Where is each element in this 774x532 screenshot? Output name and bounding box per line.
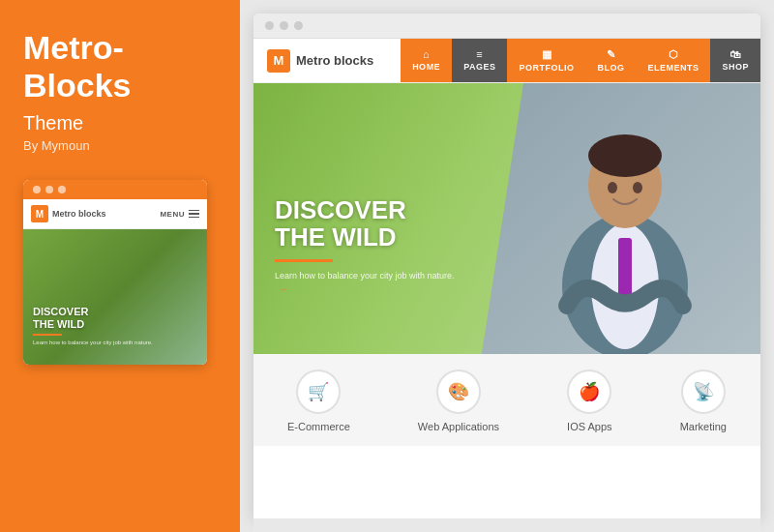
marketing-label: Marketing [680,421,727,432]
nav-label-portfolio: PORTFOLIO [519,63,574,73]
hero-underline [275,259,333,262]
elements-icon: ⬡ [669,48,679,61]
nav-label-shop: SHOP [722,62,749,72]
nav-item-shop[interactable]: 🛍 SHOP [710,39,760,82]
mobile-header: M Metro blocks MENU [23,199,207,229]
site-header: M Metro blocks ⌂ HOME ≡ PAGES ▦ PORTFOLI… [253,39,760,83]
site-logo-text: Metro blocks [296,53,373,68]
hero-arrow-icon: → [279,284,287,294]
web-apps-label: Web Applications [418,421,499,432]
ecommerce-label: E-Commerce [287,421,350,432]
hero-person-illustration [519,83,731,354]
site-logo-area: M Metro blocks [253,42,387,80]
svg-point-6 [633,182,642,193]
right-panel: M Metro blocks ⌂ HOME ≡ PAGES ▦ PORTFOLI… [240,0,774,532]
browser-dot-1 [265,21,274,30]
mobile-hero-underline [33,334,62,336]
mobile-dot-2 [45,186,53,193]
browser-content: M Metro blocks ⌂ HOME ≡ PAGES ▦ PORTFOLI… [253,39,760,518]
mobile-preview: M Metro blocks MENU DISCOVER THE WILD Le… [23,180,207,365]
home-icon: ⌂ [423,48,430,60]
svg-point-5 [608,182,617,193]
mobile-dot-3 [58,186,66,193]
shop-icon: 🛍 [729,48,741,60]
nav-item-portfolio[interactable]: ▦ PORTFOLIO [507,39,585,82]
theme-subtitle: Theme [23,112,217,134]
bottom-icons-row: 🛒 E-Commerce 🎨 Web Applications 🍎 IOS Ap… [253,354,760,446]
nav-item-elements[interactable]: ⬡ ELEMENTS [636,39,710,82]
mobile-hero-subtitle: Learn how to balance your city job with … [33,340,153,345]
svg-rect-2 [618,238,632,296]
nav-item-home[interactable]: ⌂ HOME [401,39,452,82]
browser-dot-2 [280,21,288,30]
nav-label-elements: ELEMENTS [647,63,699,73]
svg-point-4 [588,134,662,177]
nav-label-pages: PAGES [463,62,495,72]
bottom-strip [253,518,760,532]
theme-title: Metro- Blocks [23,29,217,104]
mobile-hero-title: DISCOVER THE WILD [33,306,153,331]
hero-content: DISCOVER THE WILD Learn how to balance y… [275,196,468,296]
hamburger-icon [189,210,199,219]
mobile-dot-1 [33,186,41,193]
icon-item-ecommerce: 🛒 E-Commerce [287,369,350,432]
nav-item-pages[interactable]: ≡ PAGES [452,39,507,82]
mobile-logo-icon: M [31,205,48,222]
mobile-hero-content: DISCOVER THE WILD Learn how to balance y… [33,306,153,345]
mobile-menu-area: MENU [160,210,199,219]
nav-label-blog: BLOG [597,63,624,73]
browser-chrome-bar [253,14,760,39]
hero-description: Learn how to balance your city job with … [275,270,468,296]
icon-item-ios-apps: 🍎 IOS Apps [567,369,611,432]
hero-main-title: DISCOVER THE WILD [275,196,468,251]
site-logo-icon: M [267,49,290,73]
left-panel: Metro- Blocks Theme By Mymoun M Metro bl… [0,0,240,532]
blog-icon: ✎ [607,48,616,61]
icon-item-marketing: 📡 Marketing [680,369,727,432]
site-nav: ⌂ HOME ≡ PAGES ▦ PORTFOLIO ✎ BLOG [401,39,760,82]
desktop-browser: M Metro blocks ⌂ HOME ≡ PAGES ▦ PORTFOLI… [253,14,760,518]
marketing-icon: 📡 [681,369,726,414]
icon-item-web-apps: 🎨 Web Applications [418,369,499,432]
portfolio-icon: ▦ [542,48,552,61]
web-apps-icon: 🎨 [436,369,481,414]
mobile-hero: DISCOVER THE WILD Learn how to balance y… [23,229,207,365]
ios-apps-icon: 🍎 [567,369,611,414]
mobile-menu-label: MENU [160,210,185,219]
theme-author: By Mymoun [23,138,217,153]
ios-apps-label: IOS Apps [567,421,611,432]
mobile-logo-area: M Metro blocks [31,205,106,222]
site-hero: DISCOVER THE WILD Learn how to balance y… [253,83,760,354]
mobile-logo-text: Metro blocks [52,209,106,219]
nav-label-home: HOME [412,62,440,72]
mobile-browser-bar [23,180,207,199]
ecommerce-icon: 🛒 [296,369,341,414]
nav-item-blog[interactable]: ✎ BLOG [585,39,636,82]
pages-icon: ≡ [476,48,483,60]
browser-dot-3 [294,21,303,30]
